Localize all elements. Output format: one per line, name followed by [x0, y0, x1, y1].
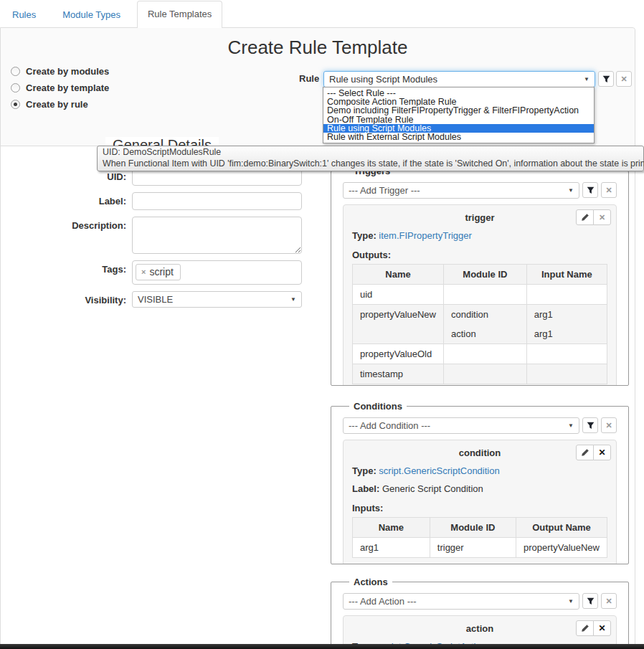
actions-legend: Actions [349, 577, 392, 587]
edit-pencil-icon [581, 448, 589, 457]
tab-rules[interactable]: Rules [2, 2, 46, 27]
condition-card: ✕ condition Type: script.GenericScriptCo… [343, 440, 617, 564]
label-label: Label: [1, 192, 132, 210]
visibility-select[interactable]: VISIBLE ▼ [132, 291, 302, 308]
action-clear-button[interactable]: ✕ [601, 593, 617, 609]
radio-create-by-template[interactable]: Create by template [11, 80, 109, 96]
actions-fieldset: Actions --- Add Action --- ▼ ✕ [331, 577, 629, 649]
description-textarea[interactable] [132, 217, 302, 254]
type-label: Type: [352, 230, 377, 241]
column-header: Name [353, 265, 444, 285]
filter-icon [587, 422, 595, 430]
tab-rule-templates[interactable]: Rule Templates [137, 1, 222, 28]
tag-chip: × script [136, 264, 181, 280]
page-title: Create Rule Template [1, 37, 635, 59]
filter-icon [587, 597, 595, 605]
chevron-down-icon: ▼ [568, 422, 574, 429]
close-icon: ✕ [605, 422, 612, 430]
tooltip-uid-line: UID: DemoScriptModulesRule [103, 147, 638, 158]
trigger-filter-button[interactable] [582, 182, 598, 198]
table-row: uid [353, 285, 607, 305]
column-header: Output Name [516, 518, 607, 538]
rule-select[interactable]: Rule using Script Modules ▼ [323, 71, 595, 87]
remove-action-button[interactable]: ✕ [593, 620, 611, 636]
radio-unchecked-icon [11, 83, 20, 93]
radio-label: Create by modules [26, 66, 109, 77]
table-row: timestamp [353, 364, 607, 384]
rule-select-value: Rule using Script Modules [329, 74, 437, 85]
module-type-link[interactable]: item.FIPropertyTrigger [379, 230, 472, 241]
condition-inputs-table: Name Module ID Output Name arg1 trigger … [352, 517, 607, 558]
condition-clear-button[interactable]: ✕ [601, 417, 617, 433]
module-type-link[interactable]: script.GenericScriptCondition [379, 465, 499, 476]
rule-option[interactable]: Composite Action Template Rule [323, 98, 594, 106]
window-bottom-edge [0, 644, 644, 649]
triggers-fieldset: Triggers --- Add Trigger --- ▼ ✕ [331, 166, 629, 386]
column-header: Name [353, 518, 430, 538]
rule-filter-button[interactable] [598, 71, 614, 87]
edit-trigger-button[interactable] [576, 209, 594, 225]
rule-option-highlighted[interactable]: Rule using Script Modules [323, 124, 594, 133]
edit-condition-button[interactable] [576, 445, 594, 460]
action-filter-button[interactable] [582, 593, 598, 609]
rule-select-label: Rule [299, 73, 319, 84]
rule-tooltip: UID: DemoScriptModulesRule When Function… [97, 146, 644, 171]
module-title: trigger [352, 212, 607, 223]
tag-chip-label: script [149, 266, 173, 278]
remove-tag-icon[interactable]: × [141, 267, 146, 276]
inputs-label: Inputs: [352, 503, 607, 513]
create-mode-radio-group: Create by modules Create by template Cre… [11, 63, 109, 113]
label-input[interactable] [132, 192, 302, 210]
edit-pencil-icon [581, 624, 589, 633]
radio-create-by-modules[interactable]: Create by modules [11, 63, 109, 80]
module-title: action [352, 623, 607, 634]
rule-option[interactable]: On-Off Template Rule [323, 115, 594, 124]
label-label: Label: [352, 483, 379, 494]
module-title: condition [352, 447, 607, 458]
column-header: Input Name [526, 265, 607, 285]
tab-bar: Rules Module Types Rule Templates [0, 0, 644, 27]
table-row: propertyValueNew condition action arg1 a… [353, 305, 607, 344]
add-condition-select[interactable]: --- Add Condition --- ▼ [343, 417, 579, 434]
panel-body: General Details UID: Label: Description:… [1, 146, 635, 649]
filter-icon [602, 75, 610, 83]
module-label-value: Generic Script Condition [382, 483, 483, 494]
tooltip-description-line: When Functional Item with UID 'fim:demo:… [103, 158, 638, 170]
visibility-label: Visibility: [1, 291, 132, 308]
radio-create-by-rule[interactable]: Create by rule [11, 96, 109, 113]
trigger-outputs-table: Name Module ID Input Name uid propertyVa… [352, 264, 607, 384]
remove-trigger-button[interactable]: ✕ [593, 209, 611, 225]
radio-unchecked-icon [11, 67, 20, 76]
tab-module-types[interactable]: Module Types [52, 2, 131, 27]
tags-input[interactable]: × script [132, 260, 302, 285]
rule-option[interactable]: Demo including FilterFIPropertyTrigger &… [323, 106, 594, 115]
close-icon: ✕ [598, 624, 605, 633]
chevron-down-icon: ▼ [568, 598, 574, 605]
trigger-clear-button[interactable]: ✕ [601, 182, 617, 198]
close-icon: ✕ [598, 448, 605, 457]
general-details-section: General Details UID: Label: Description:… [1, 146, 323, 649]
rule-option[interactable]: --- Select Rule --- [323, 89, 594, 98]
chevron-down-icon: ▼ [584, 76, 589, 82]
outputs-label: Outputs: [352, 250, 607, 260]
trigger-card: ✕ trigger Type: item.FIPropertyTrigger O… [343, 204, 617, 386]
chevron-down-icon: ▼ [568, 187, 574, 194]
edit-pencil-icon [581, 213, 589, 222]
tags-label: Tags: [1, 260, 132, 285]
close-icon: ✕ [620, 75, 627, 83]
radio-label: Create by rule [26, 99, 88, 110]
modules-column: Triggers --- Add Trigger --- ▼ ✕ [331, 146, 623, 649]
column-header: Module ID [430, 518, 516, 538]
visibility-select-value: VISIBLE [138, 294, 173, 305]
conditions-fieldset: Conditions --- Add Condition --- ▼ ✕ [331, 401, 629, 564]
edit-action-button[interactable] [576, 620, 594, 636]
add-action-select[interactable]: --- Add Action --- ▼ [343, 593, 579, 610]
remove-condition-button[interactable]: ✕ [593, 445, 611, 460]
add-trigger-select[interactable]: --- Add Trigger --- ▼ [343, 182, 579, 199]
description-label: Description: [1, 217, 132, 254]
rule-clear-button[interactable]: ✕ [616, 71, 632, 87]
rule-dropdown-list: --- Select Rule --- Composite Action Tem… [323, 87, 595, 143]
close-icon: ✕ [605, 186, 612, 194]
rule-option[interactable]: Rule with External Script Modules [323, 133, 594, 141]
condition-filter-button[interactable] [582, 417, 598, 433]
